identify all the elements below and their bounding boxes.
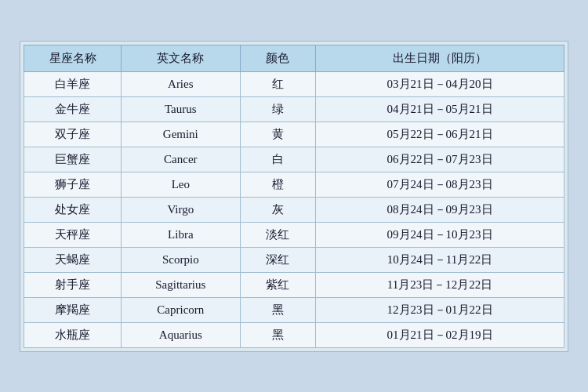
- cell-chinese: 狮子座: [24, 172, 122, 197]
- zodiac-table: 星座名称 英文名称 颜色 出生日期（阳历） 白羊座Aries红03月21日－04…: [24, 45, 564, 348]
- cell-english: Gemini: [122, 122, 241, 147]
- cell-color: 黄: [240, 122, 315, 147]
- cell-chinese: 处女座: [24, 197, 122, 222]
- cell-color: 黑: [240, 322, 315, 347]
- cell-english: Cancer: [122, 147, 241, 172]
- cell-english: Scorpio: [122, 247, 241, 272]
- cell-date: 11月23日－12月22日: [316, 272, 564, 297]
- cell-color: 橙: [240, 172, 315, 197]
- cell-color: 红: [240, 71, 315, 96]
- table-row: 双子座Gemini黄05月22日－06月21日: [24, 122, 564, 147]
- cell-date: 06月22日－07月23日: [316, 147, 564, 172]
- cell-chinese: 双子座: [24, 122, 122, 147]
- cell-english: Leo: [122, 172, 241, 197]
- cell-chinese: 白羊座: [24, 71, 122, 96]
- table-header-row: 星座名称 英文名称 颜色 出生日期（阳历）: [24, 45, 564, 71]
- cell-date: 05月22日－06月21日: [316, 122, 564, 147]
- cell-chinese: 巨蟹座: [24, 147, 122, 172]
- cell-chinese: 天蝎座: [24, 247, 122, 272]
- cell-date: 10月24日－11月22日: [316, 247, 564, 272]
- cell-color: 灰: [240, 197, 315, 222]
- cell-date: 12月23日－01月22日: [316, 297, 564, 322]
- cell-english: Aquarius: [122, 322, 241, 347]
- cell-chinese: 射手座: [24, 272, 122, 297]
- cell-chinese: 水瓶座: [24, 322, 122, 347]
- table-row: 白羊座Aries红03月21日－04月20日: [24, 71, 564, 96]
- cell-color: 黑: [240, 297, 315, 322]
- cell-chinese: 摩羯座: [24, 297, 122, 322]
- table-row: 狮子座Leo橙07月24日－08月23日: [24, 172, 564, 197]
- cell-english: Sagittarius: [122, 272, 241, 297]
- cell-chinese: 金牛座: [24, 96, 122, 122]
- cell-english: Taurus: [122, 96, 241, 122]
- table-row: 天蝎座Scorpio深红10月24日－11月22日: [24, 247, 564, 272]
- header-color: 颜色: [240, 45, 315, 71]
- table-row: 射手座Sagittarius紫红11月23日－12月22日: [24, 272, 564, 297]
- cell-date: 04月21日－05月21日: [316, 96, 564, 122]
- cell-color: 白: [240, 147, 315, 172]
- cell-color: 淡红: [240, 222, 315, 247]
- cell-date: 01月21日－02月19日: [316, 322, 564, 347]
- cell-english: Libra: [122, 222, 241, 247]
- table-body: 白羊座Aries红03月21日－04月20日金牛座Taurus绿04月21日－0…: [24, 71, 564, 347]
- header-chinese: 星座名称: [24, 45, 122, 71]
- cell-color: 绿: [240, 96, 315, 122]
- table-row: 天秤座Libra淡红09月24日－10月23日: [24, 222, 564, 247]
- cell-date: 03月21日－04月20日: [316, 71, 564, 96]
- table-row: 巨蟹座Cancer白06月22日－07月23日: [24, 147, 564, 172]
- cell-english: Virgo: [122, 197, 241, 222]
- table-row: 处女座Virgo灰08月24日－09月23日: [24, 197, 564, 222]
- table-row: 摩羯座Capricorn黑12月23日－01月22日: [24, 297, 564, 322]
- cell-color: 紫红: [240, 272, 315, 297]
- cell-date: 08月24日－09月23日: [316, 197, 564, 222]
- cell-english: Capricorn: [122, 297, 241, 322]
- table-row: 金牛座Taurus绿04月21日－05月21日: [24, 96, 564, 122]
- cell-date: 09月24日－10月23日: [316, 222, 564, 247]
- header-date: 出生日期（阳历）: [316, 45, 564, 71]
- cell-color: 深红: [240, 247, 315, 272]
- header-english: 英文名称: [122, 45, 241, 71]
- table-row: 水瓶座Aquarius黑01月21日－02月19日: [24, 322, 564, 347]
- zodiac-table-container: 星座名称 英文名称 颜色 出生日期（阳历） 白羊座Aries红03月21日－04…: [20, 41, 568, 352]
- cell-date: 07月24日－08月23日: [316, 172, 564, 197]
- cell-english: Aries: [122, 71, 241, 96]
- cell-chinese: 天秤座: [24, 222, 122, 247]
